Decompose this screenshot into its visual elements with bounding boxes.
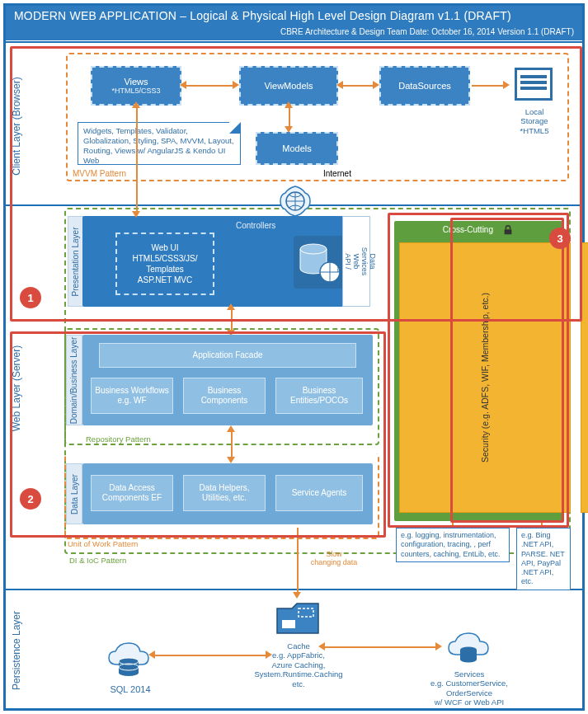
arrow <box>323 646 439 648</box>
diagram-canvas: MODERN WEB APPLICATION – Logical & Physi… <box>0 0 588 714</box>
sql-db-cloud-icon <box>106 635 152 681</box>
services-label: Services e.g. CustomerService, OrderServ… <box>421 669 518 707</box>
arrow-head <box>318 642 325 651</box>
cache-folder-icon <box>274 599 322 638</box>
operational-management-note: e.g. logging, instrumentation, configura… <box>396 528 510 562</box>
title-bar: MODERN WEB APPLICATION – Logical & Physi… <box>6 6 582 40</box>
highlight-box-2 <box>10 331 386 538</box>
arrow-head <box>293 592 301 599</box>
cache-label: Cache e.g. AppFabric, Azure Caching, Sys… <box>247 641 350 688</box>
arrow <box>153 655 269 656</box>
arrow <box>297 528 299 595</box>
unit-of-work-caption: Unit of Work Pattern <box>68 539 138 548</box>
diagram-meta: CBRE Architecture & Design Team Date: Oc… <box>14 27 574 36</box>
highlight-badge-1: 1 <box>20 287 41 308</box>
layer-label-persistence: Persistence Layer <box>7 594 26 707</box>
services-cloud-db-icon <box>445 628 492 668</box>
highlight-badge-2: 2 <box>20 488 41 510</box>
slow-changing-data-caption: Slow changing data <box>305 551 363 567</box>
arrow-head <box>148 651 155 659</box>
highlight-box-3b <box>450 218 564 523</box>
arrow-head <box>266 651 272 659</box>
divider <box>6 589 582 590</box>
sql-label: SQL 2014 <box>97 684 163 695</box>
svg-rect-15 <box>282 620 295 628</box>
di-ioc-caption: DI & IoC Pattern <box>69 556 126 565</box>
highlight-badge-3: 3 <box>549 228 571 249</box>
divider <box>6 41 582 43</box>
arrow-head <box>435 642 442 651</box>
communication-note: e.g. Bing .NET API, PARSE. NET API, PayP… <box>516 528 571 590</box>
diagram-title: MODERN WEB APPLICATION – Logical & Physi… <box>14 9 574 22</box>
